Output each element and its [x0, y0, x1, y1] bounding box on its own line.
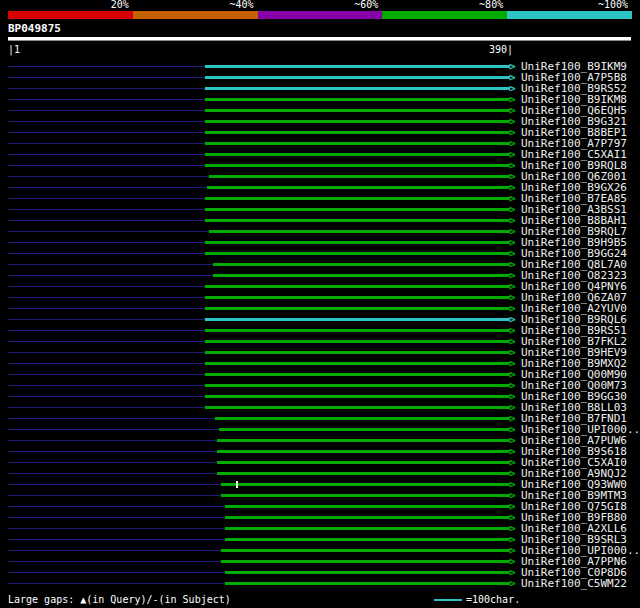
unaligned-lead-line: [8, 143, 205, 144]
hit-bar[interactable]: [209, 175, 510, 178]
hit-bar[interactable]: [217, 450, 510, 453]
unaligned-lead-line: [8, 495, 221, 496]
unaligned-lead-line: [8, 88, 205, 89]
hit-bar[interactable]: [219, 428, 510, 431]
hit-bar[interactable]: [205, 142, 510, 145]
hit-bar[interactable]: [209, 230, 510, 233]
scale-label-red: 20%: [8, 0, 133, 10]
hit-bar[interactable]: [205, 296, 510, 299]
hit-bar[interactable]: [225, 505, 510, 508]
hit-bar[interactable]: [205, 197, 510, 200]
hit-bar[interactable]: [225, 582, 510, 585]
unaligned-lead-line: [8, 572, 225, 573]
hit-bar[interactable]: [225, 538, 510, 541]
large-gap-marker: [236, 481, 238, 488]
hit-bar[interactable]: [221, 483, 510, 486]
unaligned-lead-line: [8, 77, 205, 78]
legend-unit-text: =100char.: [466, 594, 520, 606]
hit-bar[interactable]: [205, 318, 510, 321]
ruler: |1 390|: [0, 44, 640, 55]
arrowhead-icon: >: [509, 578, 516, 589]
hit-bar[interactable]: [205, 252, 510, 255]
hit-bar[interactable]: [205, 384, 510, 387]
unaligned-lead-line: [8, 110, 205, 111]
hit-bar[interactable]: [205, 109, 510, 112]
hit-bar[interactable]: [205, 219, 510, 222]
hit-bar[interactable]: [205, 406, 510, 409]
hit-bar[interactable]: [213, 263, 510, 266]
hit-bar[interactable]: [215, 417, 510, 420]
hit-bar[interactable]: [217, 472, 510, 475]
hit-bar[interactable]: [217, 439, 510, 442]
unaligned-lead-line: [8, 550, 221, 551]
legend-gaps-text: Large gaps: ▲(in Query)/-(in Subject): [8, 594, 231, 606]
hit-bar[interactable]: [225, 571, 510, 574]
hit-bar[interactable]: [205, 164, 510, 167]
hit-bar[interactable]: [205, 241, 510, 244]
hit-bar[interactable]: [205, 395, 510, 398]
hit-bar[interactable]: [205, 87, 510, 90]
unaligned-lead-line: [8, 429, 219, 430]
unaligned-lead-line: [8, 517, 225, 518]
identity-scale-bar: [8, 11, 632, 19]
ruler-start-label: |1: [8, 44, 20, 55]
hit-list: >UniRef100_B9IKM9>UniRef100_A7P5B8>UniRe…: [0, 61, 640, 589]
unaligned-lead-line: [8, 374, 205, 375]
query-name: BP049875: [8, 23, 61, 34]
hit-bar[interactable]: [221, 494, 510, 497]
hit-bar[interactable]: [213, 274, 510, 277]
hit-bar[interactable]: [225, 516, 510, 519]
hit-bar[interactable]: [205, 329, 510, 332]
hit-bar[interactable]: [205, 208, 510, 211]
scale-segment-purple: [258, 11, 383, 19]
unaligned-lead-line: [8, 220, 205, 221]
unaligned-lead-line: [8, 407, 205, 408]
unaligned-lead-line: [8, 418, 215, 419]
unaligned-lead-line: [8, 209, 205, 210]
unaligned-lead-line: [8, 308, 205, 309]
unaligned-lead-line: [8, 264, 213, 265]
hit-bar[interactable]: [205, 340, 510, 343]
hit-bar[interactable]: [205, 65, 510, 68]
unaligned-lead-line: [8, 176, 209, 177]
scale-segment-orange: [133, 11, 258, 19]
unaligned-lead-line: [8, 231, 209, 232]
hit-bar[interactable]: [205, 131, 510, 134]
legend-scale-line: [434, 599, 462, 601]
hit-bar[interactable]: [217, 461, 510, 464]
unaligned-lead-line: [8, 319, 205, 320]
unaligned-lead-line: [8, 385, 205, 386]
hit-bar[interactable]: [205, 373, 510, 376]
hit-bar[interactable]: [205, 76, 510, 79]
hit-bar[interactable]: [205, 351, 510, 354]
unaligned-lead-line: [8, 99, 205, 100]
hit-bar[interactable]: [221, 560, 510, 563]
unaligned-lead-line: [8, 352, 205, 353]
hit-label[interactable]: UniRef100_C5WM22: [521, 578, 627, 589]
hit-bar[interactable]: [205, 307, 510, 310]
hit-bar[interactable]: [205, 362, 510, 365]
scale-label-green: ~80%: [382, 0, 507, 10]
unaligned-lead-line: [8, 484, 221, 485]
hit-bar[interactable]: [205, 285, 510, 288]
unaligned-lead-line: [8, 440, 217, 441]
hit-bar[interactable]: [207, 186, 510, 189]
scale-segment-green: [382, 11, 507, 19]
unaligned-lead-line: [8, 187, 207, 188]
unaligned-lead-line: [8, 341, 205, 342]
scale-segment-red: [8, 11, 133, 19]
hit-bar[interactable]: [205, 153, 510, 156]
hit-bar[interactable]: [221, 549, 510, 552]
identity-scale-labels: 20%~40%~60%~80%~100%: [8, 0, 632, 10]
unaligned-lead-line: [8, 330, 205, 331]
unaligned-lead-line: [8, 363, 205, 364]
legend: Large gaps: ▲(in Query)/-(in Subject) =1…: [0, 594, 640, 606]
unaligned-lead-line: [8, 561, 221, 562]
scale-label-purple: ~60%: [258, 0, 383, 10]
unaligned-lead-line: [8, 528, 225, 529]
hit-bar[interactable]: [225, 527, 510, 530]
scale-label-orange: ~40%: [133, 0, 258, 10]
hit-bar[interactable]: [205, 120, 510, 123]
hit-bar[interactable]: [205, 98, 510, 101]
unaligned-lead-line: [8, 396, 205, 397]
